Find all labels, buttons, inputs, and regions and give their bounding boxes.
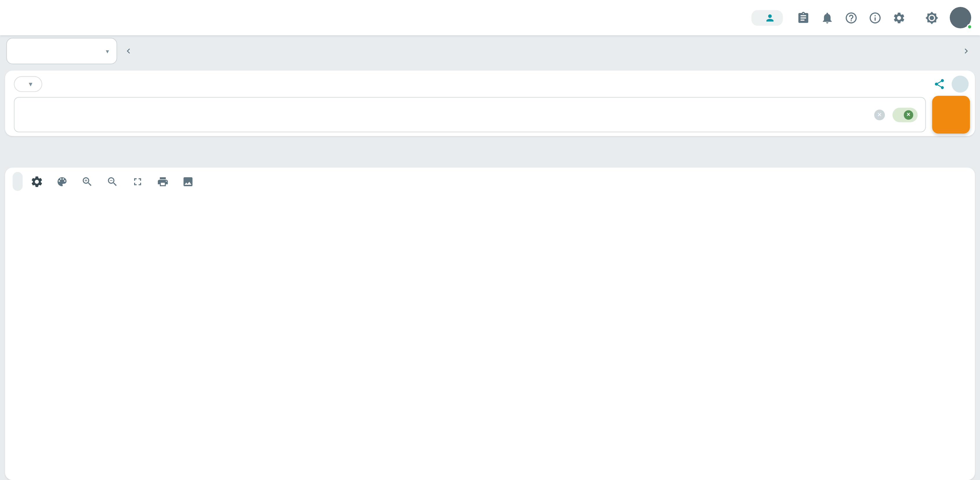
module-bar: ▾ (0, 35, 980, 65)
share-icon[interactable] (934, 78, 945, 89)
clear-query-icon[interactable]: × (874, 109, 885, 120)
chevron-down-icon: ▾ (29, 80, 32, 87)
gear-icon[interactable] (888, 6, 910, 29)
app-header (0, 0, 980, 35)
projects-sites-button[interactable]: ▾ (14, 76, 42, 92)
chart-title (13, 212, 967, 222)
avatar[interactable] (950, 7, 971, 28)
filter-on-toggle[interactable]: × (892, 107, 918, 122)
filter-card-top-actions (934, 75, 970, 92)
remove-filter-icon[interactable]: × (904, 110, 913, 120)
print-icon[interactable] (151, 172, 174, 191)
chevron-down-icon: ▾ (106, 48, 109, 54)
selenium-chart[interactable] (13, 223, 967, 474)
tabs-scroll-left-button[interactable] (120, 44, 137, 58)
chart-legend (13, 195, 967, 205)
chart-toolbar-dropdowns (13, 172, 23, 191)
form-icon[interactable] (792, 6, 815, 29)
filter-card-query-row: × × (14, 96, 970, 134)
view-tabs (0, 141, 980, 168)
online-status-dot (967, 24, 972, 30)
bell-icon[interactable] (816, 6, 838, 29)
person-icon (765, 12, 775, 23)
brightness-icon[interactable] (920, 6, 943, 29)
settings-icon[interactable] (25, 172, 48, 191)
filter-card-top-row: ▾ (14, 74, 970, 93)
query-input-actions: × × (874, 107, 918, 122)
image-icon[interactable] (177, 172, 199, 191)
header-actions (751, 6, 971, 29)
fullscreen-icon[interactable] (126, 172, 149, 191)
query-input[interactable]: × × (14, 97, 926, 132)
info-icon[interactable] (864, 6, 886, 29)
app-root: ▾ ▾ (0, 0, 980, 480)
palette-icon[interactable] (50, 172, 73, 191)
zoom-out-icon[interactable] (101, 172, 123, 191)
module-select[interactable]: ▾ (6, 38, 117, 64)
select-licencee-chip[interactable] (751, 10, 783, 26)
chart-card (5, 168, 975, 480)
filter-card: ▾ × × (5, 70, 975, 136)
zoom-in-icon[interactable] (75, 172, 98, 191)
tabs-scroll-right-button[interactable] (958, 44, 975, 58)
chart-toolbar (13, 171, 967, 192)
filter-count-badge[interactable] (952, 75, 969, 92)
module-tabs (140, 37, 955, 65)
help-icon[interactable] (840, 6, 862, 29)
apply-button[interactable] (932, 96, 970, 134)
